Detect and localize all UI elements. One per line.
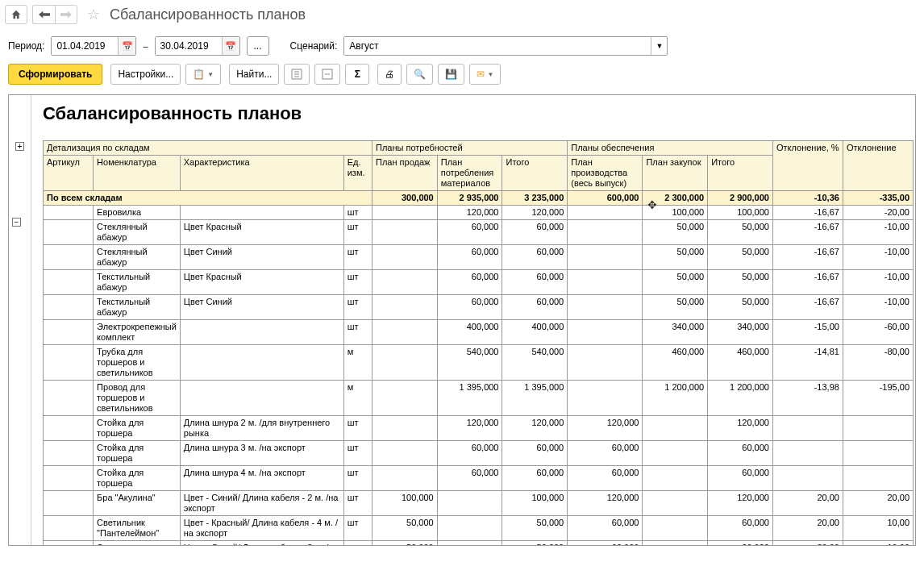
chevron-down-icon: ▼ xyxy=(487,71,493,78)
save-button[interactable]: 💾 xyxy=(438,64,464,85)
cell-value: -60,00 xyxy=(843,320,913,345)
cell-value: 120,000 xyxy=(502,416,568,441)
collapse-button[interactable] xyxy=(314,64,340,85)
cell-nomenclature: Текстильный абажур xyxy=(94,295,181,320)
cell-value: 340,000 xyxy=(643,320,708,345)
col-dev-pct: Отклонение, % xyxy=(772,141,843,191)
cell-value xyxy=(372,206,437,220)
home-button[interactable] xyxy=(5,5,27,24)
cell-characteristic: Длина шнура 4 м. /на экспорт xyxy=(180,466,343,491)
outline-gutter: + − xyxy=(9,95,31,545)
date-from-input[interactable] xyxy=(52,37,118,55)
cell-value: -10,00 xyxy=(843,245,913,270)
calendar-icon[interactable]: 📅 xyxy=(118,37,135,55)
cell-value: 20,00 xyxy=(772,491,843,516)
cell-characteristic: Цвет Синий xyxy=(180,245,343,270)
table-row: Стойка для торшера Длина шнура 3 м. /на … xyxy=(44,441,914,466)
cell-nomenclature: Стойка для торшера xyxy=(94,441,181,466)
preview-button[interactable]: 🔍 xyxy=(406,64,433,85)
cell-characteristic: Цвет Синий xyxy=(180,295,343,320)
scenario-select[interactable]: ▼ xyxy=(343,36,668,56)
cell-article xyxy=(47,381,94,416)
date-from-field[interactable]: 📅 xyxy=(51,36,136,56)
cell-value: -15,00 xyxy=(772,320,843,345)
find-button[interactable]: Найти... xyxy=(229,64,279,85)
date-to-field[interactable]: 📅 xyxy=(155,36,240,56)
table-row: Бра "Акулина" Цвет - Синий/ Длина кабеля… xyxy=(44,491,914,516)
cell-value xyxy=(372,295,437,320)
report-title: Сбалансированность планов xyxy=(43,103,910,124)
table-row: Провод для торшеров и светильников м 1 3… xyxy=(44,381,914,416)
col-plan-purchase: План закупок xyxy=(643,156,708,191)
settings-button[interactable]: Настройки... xyxy=(110,64,181,85)
cell-nomenclature: Провод для торшеров и светильников xyxy=(94,381,181,416)
cell-value: 120,000 xyxy=(708,416,773,441)
cell-value: -80,00 xyxy=(843,345,913,381)
cell-article xyxy=(47,516,94,541)
cell-nomenclature: Светильник "Пантелеймон" xyxy=(94,516,181,541)
cell-value: 50,000 xyxy=(372,516,437,541)
date-to-input[interactable] xyxy=(156,37,222,55)
form-report-button[interactable]: Сформировать xyxy=(8,64,102,85)
expand-toggle[interactable]: + xyxy=(15,142,24,151)
cell-value: 50,000 xyxy=(708,245,773,270)
cell-article xyxy=(47,541,94,547)
cell-value xyxy=(772,466,843,491)
preview-icon: 🔍 xyxy=(414,69,426,80)
cell-value xyxy=(843,466,913,491)
cell-characteristic: Длина шнура 3 м. /на экспорт xyxy=(180,441,343,466)
cell-value: 60,000 xyxy=(568,516,643,541)
chevron-down-icon[interactable]: ▼ xyxy=(651,37,667,55)
collapse-toggle[interactable]: − xyxy=(12,218,21,227)
cell-value: -10,00 xyxy=(843,270,913,295)
cell-value: 2 900,000 xyxy=(708,191,773,206)
period-choose-button[interactable]: ... xyxy=(247,36,269,56)
cell-value xyxy=(437,516,502,541)
cell-characteristic xyxy=(180,206,343,220)
cell-value: 50,000 xyxy=(643,220,708,245)
variants-button[interactable]: 📋▼ xyxy=(185,64,221,85)
cell-nomenclature: Бра "Акулина" xyxy=(94,491,181,516)
cell-value: 60,000 xyxy=(437,295,502,320)
back-button[interactable] xyxy=(32,5,55,24)
cell-value xyxy=(843,416,913,441)
sum-button[interactable]: Σ xyxy=(345,64,369,85)
calendar-icon[interactable]: 📅 xyxy=(222,37,239,55)
print-button[interactable]: 🖨 xyxy=(377,64,402,85)
cell-value: 2 300,000 xyxy=(643,191,708,206)
expand-button[interactable] xyxy=(284,64,310,85)
cell-unit: шт xyxy=(343,516,372,541)
col-plan-sales: План продаж xyxy=(372,156,437,191)
cell-value: 460,000 xyxy=(643,345,708,381)
col-nomenclature: Номенклатура xyxy=(94,156,181,191)
col-plan-materials: План потребления материалов xyxy=(437,156,502,191)
col-plans-need: Планы потребностей xyxy=(372,141,567,156)
cell-nomenclature: Стойка для торшера xyxy=(94,466,181,491)
cell-value xyxy=(568,270,643,295)
cell-value xyxy=(568,245,643,270)
cell-value: 10,00 xyxy=(843,541,913,547)
cell-value: 60,000 xyxy=(502,295,568,320)
cell-value: 460,000 xyxy=(708,345,773,381)
cell-value xyxy=(643,491,708,516)
cell-value: 340,000 xyxy=(708,320,773,345)
cell-value: 50,000 xyxy=(502,516,568,541)
forward-button[interactable] xyxy=(55,5,77,24)
cell-unit: шт xyxy=(343,320,372,345)
cell-value: 60,000 xyxy=(708,541,773,547)
cell-nomenclature: Стойка для торшера xyxy=(94,416,181,441)
cell-value: -195,00 xyxy=(843,381,913,416)
cell-value xyxy=(568,206,643,220)
cell-article xyxy=(47,245,94,270)
table-row: Текстильный абажур Цвет Синий шт 60,0006… xyxy=(44,295,914,320)
send-button[interactable]: ✉▼ xyxy=(469,64,501,85)
cell-nomenclature: Текстильный абажур xyxy=(94,270,181,295)
cell-value xyxy=(372,345,437,381)
favorite-star-icon[interactable]: ☆ xyxy=(87,6,100,23)
scenario-input[interactable] xyxy=(344,37,651,55)
cell-value: 60,000 xyxy=(708,516,773,541)
cell-article xyxy=(47,206,94,220)
cell-value xyxy=(568,320,643,345)
col-detail: Детализация по складам xyxy=(44,141,373,156)
cell-value: 10,00 xyxy=(843,516,913,541)
